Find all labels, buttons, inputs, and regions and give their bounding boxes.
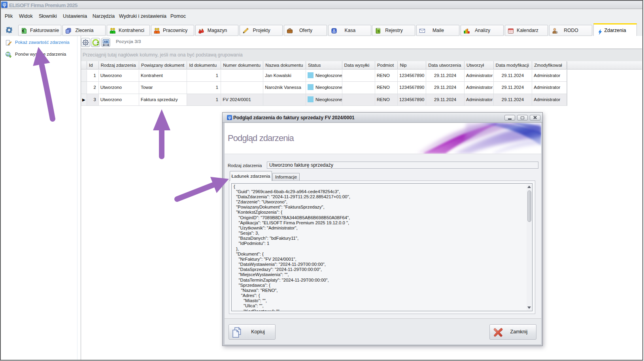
svg-text:€: €: [22, 29, 25, 33]
svg-text:$: $: [378, 29, 380, 33]
svg-text:AB: AB: [104, 40, 108, 43]
